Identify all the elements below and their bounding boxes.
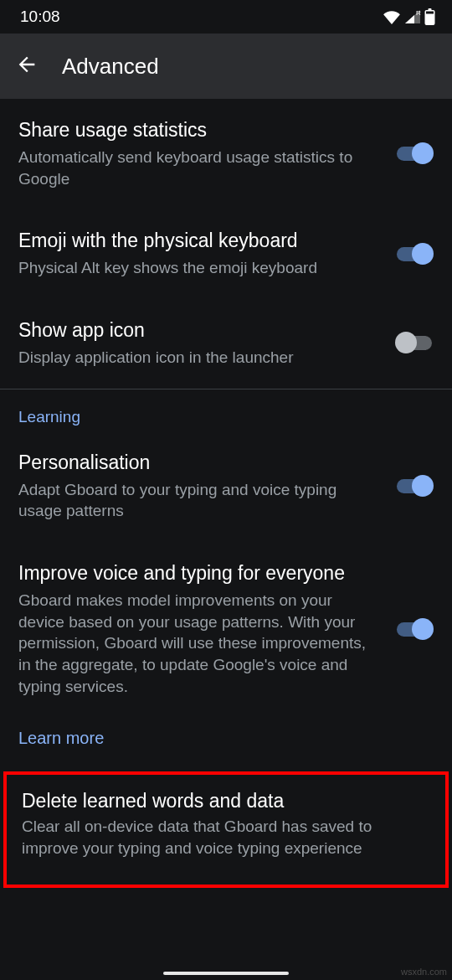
status-bar: 10:08 R: [0, 0, 452, 34]
toggle-emoji-physical[interactable]: [395, 243, 434, 265]
battery-icon: [424, 8, 435, 25]
svg-rect-3: [426, 12, 434, 14]
setting-share-usage[interactable]: Share usage statistics Automatically sen…: [0, 99, 452, 209]
svg-text:R: R: [416, 9, 421, 17]
watermark: wsxdn.com: [401, 967, 447, 977]
status-icons: R: [383, 8, 435, 25]
setting-title: Personalisation: [18, 450, 382, 476]
setting-show-app-icon[interactable]: Show app icon Display application icon i…: [0, 299, 452, 389]
setting-subtitle: Adapt Gboard to your typing and voice ty…: [18, 479, 382, 522]
status-time: 10:08: [20, 8, 60, 26]
back-icon[interactable]: [15, 53, 39, 80]
setting-title: Delete learned words and data: [22, 790, 430, 812]
app-bar: Advanced: [0, 34, 452, 99]
setting-delete-learned[interactable]: Delete learned words and data Clear all …: [3, 771, 449, 887]
setting-emoji-physical[interactable]: Emoji with the physical keyboard Physica…: [0, 209, 452, 299]
setting-subtitle: Clear all on-device data that Gboard has…: [22, 816, 430, 859]
wifi-icon: [383, 9, 401, 24]
setting-title: Show app icon: [18, 317, 382, 343]
setting-subtitle: Physical Alt key shows the emoji keyboar…: [18, 257, 382, 279]
section-learning: Learning: [0, 389, 452, 431]
settings-list: Share usage statistics Automatically sen…: [0, 99, 452, 888]
setting-improve-voice-typing[interactable]: Improve voice and typing for everyone Gb…: [0, 542, 452, 717]
page-title: Advanced: [62, 54, 159, 80]
setting-subtitle: Gboard makes model improvements on your …: [18, 590, 382, 697]
gesture-nav-handle[interactable]: [163, 972, 289, 975]
setting-title: Improve voice and typing for everyone: [18, 560, 382, 586]
toggle-share-usage[interactable]: [395, 142, 434, 164]
setting-personalisation[interactable]: Personalisation Adapt Gboard to your typ…: [0, 431, 452, 542]
setting-title: Emoji with the physical keyboard: [18, 228, 382, 254]
learn-more-link[interactable]: Learn more: [0, 717, 452, 766]
toggle-show-app-icon[interactable]: [395, 332, 434, 353]
toggle-improve-voice-typing[interactable]: [395, 618, 434, 640]
signal-icon: R: [404, 9, 421, 24]
svg-rect-2: [429, 8, 432, 11]
setting-subtitle: Display application icon in the launcher: [18, 347, 382, 369]
setting-title: Share usage statistics: [18, 117, 382, 143]
setting-subtitle: Automatically send keyboard usage statis…: [18, 147, 382, 189]
toggle-personalisation[interactable]: [395, 475, 434, 497]
